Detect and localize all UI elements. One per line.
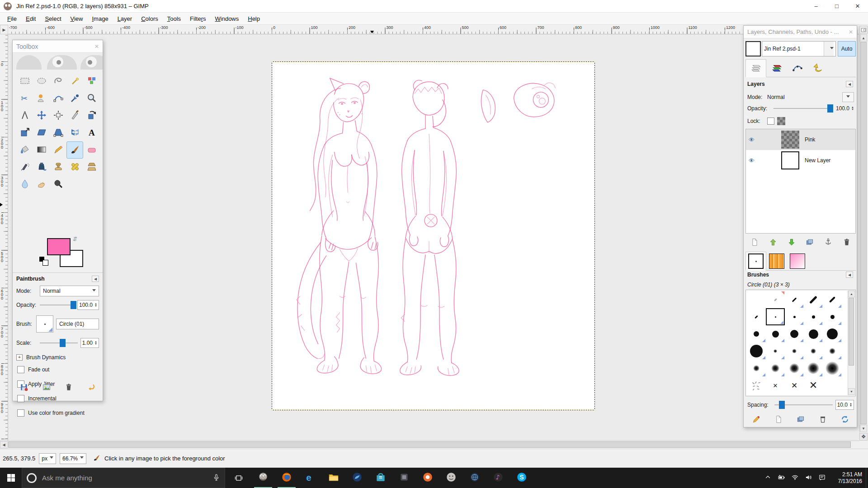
swap-colors-icon[interactable]: ⇆ <box>71 236 78 241</box>
lower-layer-button[interactable] <box>787 238 796 248</box>
ellipse-select-tool-button[interactable] <box>33 73 50 90</box>
layer-row-new-layer[interactable]: 👁New Layer <box>746 150 855 171</box>
checkbox-row-incremental[interactable]: Incremental <box>13 391 103 406</box>
dodge-burn-tool-button[interactable] <box>50 176 66 193</box>
scale-slider[interactable] <box>40 339 78 347</box>
brush-scroll-thumb[interactable] <box>849 298 854 366</box>
brush-scrollbar[interactable]: ▲ ▼ <box>848 291 855 395</box>
taskbar-app-firefox[interactable] <box>275 468 298 488</box>
taskbar-app-app-dark[interactable] <box>392 468 416 488</box>
brush-scroll-down[interactable]: ▼ <box>848 388 855 395</box>
raise-layer-button[interactable] <box>769 238 778 248</box>
default-colors-icon[interactable] <box>39 256 49 266</box>
gradients-tab[interactable] <box>787 252 808 271</box>
canvas-vscrollbar[interactable]: ▲ ▼ <box>859 34 868 433</box>
image-select-combo[interactable]: Jin Ref 2.psd-1 <box>762 41 836 56</box>
airbrush-tool-button[interactable] <box>16 159 33 176</box>
delete-options-button[interactable] <box>64 383 73 393</box>
canvas-image[interactable] <box>272 61 595 410</box>
scroll-up-arrow[interactable]: ▲ <box>860 34 867 42</box>
vscroll-thumb[interactable] <box>860 42 867 424</box>
delete-layer-button[interactable] <box>842 238 851 248</box>
duplicate-brush-button[interactable] <box>796 415 805 425</box>
text-tool-button[interactable]: A <box>83 124 100 141</box>
edit-brush-button[interactable] <box>752 415 761 425</box>
taskbar-app-maps[interactable] <box>345 468 369 488</box>
auto-button[interactable]: Auto <box>838 41 856 56</box>
brush-cell-29[interactable] <box>823 377 842 394</box>
layers-menu-button[interactable]: ◀ <box>846 81 853 87</box>
brush-cell-17[interactable] <box>785 343 804 360</box>
perspective-tool-button[interactable] <box>50 124 66 141</box>
crop-tool-button[interactable] <box>66 107 83 124</box>
heal-tool-button[interactable] <box>66 159 83 176</box>
perspective-clone-tool-button[interactable] <box>83 159 100 176</box>
opacity-slider[interactable] <box>40 301 75 309</box>
tray-volume[interactable] <box>802 468 815 488</box>
layer-thumbnail[interactable] <box>781 151 799 169</box>
scroll-left-arrow[interactable]: ◀ <box>0 441 8 448</box>
checkbox-icon[interactable] <box>17 409 24 417</box>
brush-scroll-up[interactable]: ▲ <box>848 291 855 297</box>
measure-tool-button[interactable] <box>16 107 33 124</box>
taskbar-app-music[interactable]: ♪ <box>486 468 510 488</box>
taskbar-app-globe[interactable] <box>463 468 486 488</box>
canvas-hscrollbar[interactable]: ◀ <box>0 441 859 448</box>
scale-tool-button[interactable] <box>16 124 33 141</box>
dock-title-bar[interactable]: Layers, Channels, Paths, Undo - ... ✕ <box>744 26 857 38</box>
visibility-eye-icon[interactable]: 👁 <box>749 136 759 143</box>
horizontal-ruler[interactable]: -700-600-500-400-300-200-100010020030040… <box>8 25 859 34</box>
brush-cell-8[interactable] <box>804 308 823 325</box>
refresh-brushes-button[interactable] <box>840 415 849 425</box>
foreground-select-tool-button[interactable] <box>33 90 50 107</box>
task-view-button[interactable] <box>229 468 249 488</box>
microphone-icon[interactable] <box>212 474 220 483</box>
brush-cell-19[interactable] <box>823 343 842 360</box>
brush-cell-20[interactable] <box>747 360 766 377</box>
brush-cell-9[interactable] <box>823 308 842 325</box>
canvas-viewport[interactable] <box>8 34 859 441</box>
menu-help[interactable]: Help <box>243 14 264 24</box>
shear-tool-button[interactable] <box>33 124 50 141</box>
rotate-tool-button[interactable] <box>83 107 100 124</box>
tray-wifi[interactable] <box>788 468 802 488</box>
unit-select[interactable]: px <box>39 453 56 464</box>
brush-cell-5[interactable] <box>747 308 766 325</box>
brush-dynamics-label[interactable]: Brush Dynamics <box>26 354 66 361</box>
menu-file[interactable]: File <box>3 14 21 24</box>
layer-thumbnail[interactable] <box>781 131 799 149</box>
bucket-fill-tool-button[interactable] <box>16 141 33 159</box>
free-select-tool-button[interactable] <box>50 73 66 90</box>
brush-cell-25[interactable] <box>747 377 766 394</box>
close-button[interactable]: ✕ <box>847 0 868 13</box>
move-tool-button[interactable] <box>33 107 50 124</box>
checkbox-icon[interactable] <box>17 366 24 373</box>
zoom-tool-button[interactable] <box>83 90 100 107</box>
brush-cell-16[interactable] <box>766 343 785 360</box>
spacing-slider[interactable] <box>774 401 833 409</box>
lock-pixels-checkbox[interactable] <box>767 117 774 125</box>
menu-filters[interactable]: Filters <box>185 14 210 24</box>
anchor-layer-button[interactable] <box>824 238 833 248</box>
taskbar-app-edge[interactable]: e <box>298 468 322 488</box>
taskbar-clock[interactable]: 2:51 AM 7/13/2016 <box>830 471 862 485</box>
align-tool-button[interactable] <box>50 107 66 124</box>
layers-mode-select[interactable] <box>842 92 854 102</box>
brush-cell-3[interactable] <box>804 291 823 308</box>
paths-tab[interactable] <box>787 59 808 77</box>
brush-cell-28[interactable]: ✕ <box>804 377 823 394</box>
brush-select[interactable]: Circle (01) <box>56 319 99 329</box>
paths-tool-button[interactable] <box>50 90 66 107</box>
checkbox-row-use-color-from-gradient[interactable]: Use color from gradient <box>13 406 103 420</box>
brush-cell-21[interactable] <box>766 360 785 377</box>
visibility-eye-icon[interactable]: 👁 <box>749 157 759 164</box>
layers-opacity-slider[interactable] <box>774 104 833 113</box>
opacity-value[interactable]: 100.0▲▼ <box>77 300 99 310</box>
tray-chevron-up[interactable] <box>761 468 774 488</box>
blur-tool-button[interactable] <box>16 176 33 193</box>
paintbrush-tool-button[interactable] <box>66 141 83 159</box>
brush-cell-11[interactable] <box>766 325 785 343</box>
pencil-tool-button[interactable] <box>50 141 66 159</box>
scissors-select-tool-button[interactable]: ✂ <box>16 90 33 107</box>
tray-action-center[interactable] <box>815 468 829 488</box>
